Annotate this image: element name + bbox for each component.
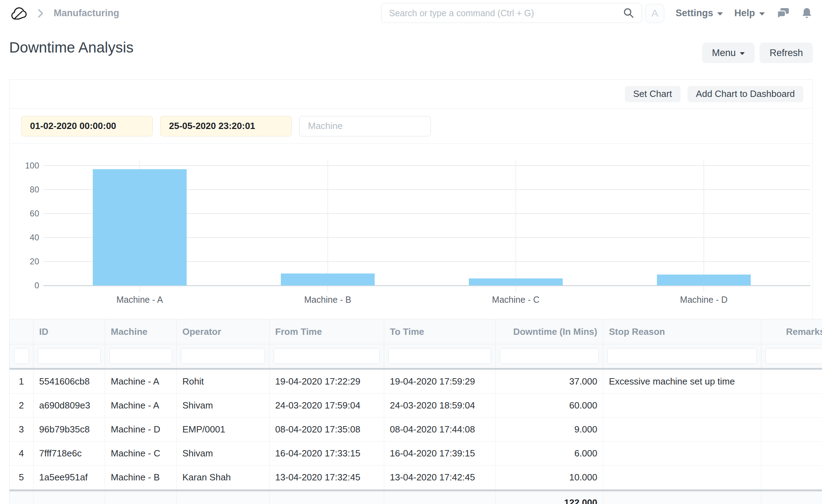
cell-operator[interactable]: Shivam	[177, 394, 270, 417]
column-filter-input-to_time[interactable]	[388, 348, 491, 364]
cell-operator[interactable]: Karan Shah	[177, 466, 270, 489]
table-row[interactable]: 47fff718e6cMachine - CShivam16-04-2020 1…	[10, 442, 822, 466]
column-filter-input-operator[interactable]	[181, 348, 265, 364]
cell-from_time[interactable]: 16-04-2020 17:33:15	[270, 442, 384, 465]
cell-idx[interactable]: 1	[10, 370, 34, 393]
breadcrumb[interactable]: Manufacturing	[54, 8, 119, 19]
column-header-id[interactable]: ID	[34, 319, 105, 344]
cell-to_time[interactable]: 19-04-2020 17:59:29	[384, 370, 496, 393]
chart-vertical-gridline	[515, 161, 516, 292]
app-window: Manufacturing A Settings Help	[0, 0, 822, 504]
chart-y-axis-tick: 40	[18, 232, 39, 243]
column-header-machine[interactable]: Machine	[105, 319, 177, 344]
cell-machine[interactable]: Machine - D	[105, 418, 177, 441]
cell-idx[interactable]: 2	[10, 394, 34, 417]
cell-downtime[interactable]: 6.000	[496, 442, 603, 465]
cell-to_time[interactable]: 08-04-2020 17:44:08	[384, 418, 496, 441]
cell-remarks[interactable]	[761, 394, 822, 417]
notifications-bell-icon[interactable]	[801, 7, 813, 20]
column-filter-input-idx[interactable]	[14, 348, 29, 364]
cell-stop_reason[interactable]	[603, 466, 761, 489]
column-header-from_time[interactable]: From Time	[270, 319, 384, 344]
settings-menu[interactable]: Settings	[676, 8, 723, 19]
cell-to_time[interactable]: 16-04-2020 17:39:15	[384, 442, 496, 465]
cell-id[interactable]: 7fff718e6c	[34, 442, 105, 465]
table-total-row: 122.000	[10, 491, 822, 504]
cell-stop_reason[interactable]: Excessive machine set up time	[603, 370, 761, 393]
help-label: Help	[734, 8, 755, 19]
column-filter-input-machine[interactable]	[109, 348, 172, 364]
cell-downtime[interactable]: 37.000	[496, 370, 603, 393]
search-bar[interactable]	[381, 3, 642, 23]
column-filter-input-from_time[interactable]	[274, 348, 380, 364]
table-row[interactable]: 15541606cb8Machine - ARohit19-04-2020 17…	[10, 370, 822, 394]
cell-downtime[interactable]: 10.000	[496, 466, 603, 489]
menu-button-label: Menu	[712, 48, 736, 59]
add-chart-to-dashboard-button[interactable]: Add Chart to Dashboard	[688, 86, 803, 102]
chart-y-axis-tick: 60	[18, 208, 39, 219]
column-filter-input-remarks[interactable]	[766, 348, 822, 364]
chart-bar[interactable]	[93, 169, 187, 285]
cell-to_time[interactable]: 13-04-2020 17:42:45	[384, 466, 496, 489]
chart-bar[interactable]	[469, 278, 563, 285]
column-filter-input-id[interactable]	[38, 348, 101, 364]
column-header-stop_reason[interactable]: Stop Reason	[603, 319, 761, 344]
page-actions: Menu Refresh	[702, 43, 813, 63]
menu-button[interactable]: Menu	[702, 43, 755, 63]
help-menu[interactable]: Help	[734, 8, 765, 19]
from-datetime-filter[interactable]	[21, 116, 153, 136]
chart-bar[interactable]	[281, 273, 375, 285]
cell-stop_reason[interactable]	[603, 442, 761, 465]
cell-idx[interactable]: 4	[10, 442, 34, 465]
column-header-remarks[interactable]: Remarks	[761, 319, 822, 344]
cell-id[interactable]: 1a5ee951af	[34, 466, 105, 489]
cell-operator[interactable]: Shivam	[177, 442, 270, 465]
column-filter-input-downtime[interactable]	[500, 348, 599, 364]
cell-id[interactable]: 5541606cb8	[34, 370, 105, 393]
chat-icon[interactable]	[776, 7, 790, 19]
cell-stop_reason[interactable]	[603, 418, 761, 441]
machine-filter[interactable]	[299, 116, 431, 136]
column-header-to_time[interactable]: To Time	[384, 319, 496, 344]
column-header-downtime[interactable]: Downtime (In Mins)	[496, 319, 603, 344]
cell-idx[interactable]: 5	[10, 466, 34, 489]
cell-downtime[interactable]: 9.000	[496, 418, 603, 441]
cell-machine[interactable]: Machine - C	[105, 442, 177, 465]
refresh-button[interactable]: Refresh	[760, 43, 813, 63]
cell-downtime[interactable]: 60.000	[496, 394, 603, 417]
chart-vertical-gridline	[703, 161, 704, 292]
cell-id[interactable]: 96b79b35c8	[34, 418, 105, 441]
cell-id[interactable]: a690d809e3	[34, 394, 105, 417]
table-row[interactable]: 51a5ee951afMachine - BKaran Shah13-04-20…	[10, 466, 822, 490]
cell-operator[interactable]: EMP/0001	[177, 418, 270, 441]
search-input[interactable]	[388, 8, 623, 19]
cell-from_time[interactable]: 08-04-2020 17:35:08	[270, 418, 384, 441]
to-datetime-filter[interactable]	[160, 116, 292, 136]
navbar-right: A Settings Help	[645, 0, 813, 26]
cell-stop_reason[interactable]	[603, 394, 761, 417]
column-filter-input-stop_reason[interactable]	[608, 348, 757, 364]
cell-operator[interactable]: Rohit	[177, 370, 270, 393]
chart-bar[interactable]	[657, 275, 751, 285]
cell-remarks[interactable]	[761, 466, 822, 489]
cell-from_time[interactable]: 19-04-2020 17:22:29	[270, 370, 384, 393]
cell-machine[interactable]: Machine - B	[105, 466, 177, 489]
cell-machine[interactable]: Machine - A	[105, 370, 177, 393]
cell-machine[interactable]: Machine - A	[105, 394, 177, 417]
avatar[interactable]: A	[645, 4, 664, 23]
cell-from_time[interactable]: 24-03-2020 17:59:04	[270, 394, 384, 417]
cell-to_time[interactable]: 24-03-2020 18:59:04	[384, 394, 496, 417]
column-filter-cell-remarks	[761, 344, 822, 368]
column-header-operator[interactable]: Operator	[177, 319, 270, 344]
set-chart-button[interactable]: Set Chart	[625, 86, 681, 102]
total-cell-to_time	[384, 491, 496, 504]
total-cell-downtime: 122.000	[496, 491, 603, 504]
cell-remarks[interactable]	[761, 418, 822, 441]
app-logo-icon[interactable]	[11, 6, 28, 21]
cell-idx[interactable]: 3	[10, 418, 34, 441]
cell-remarks[interactable]	[761, 442, 822, 465]
table-row[interactable]: 2a690d809e3Machine - AShivam24-03-2020 1…	[10, 394, 822, 418]
cell-remarks[interactable]	[761, 370, 822, 393]
cell-from_time[interactable]: 13-04-2020 17:32:45	[270, 466, 384, 489]
table-row[interactable]: 396b79b35c8Machine - DEMP/000108-04-2020…	[10, 418, 822, 442]
